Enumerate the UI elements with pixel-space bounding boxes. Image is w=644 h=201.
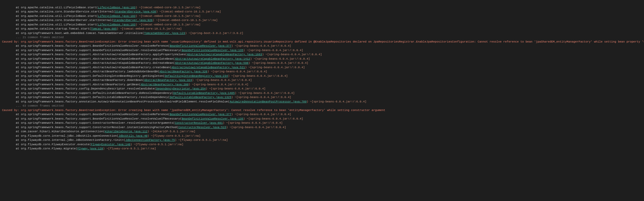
stack-link[interactable]: ConstructorResolver.java:691 — [175, 121, 223, 124]
line-item: ... 21 common frames omitted — [2, 35, 642, 40]
stack-link[interactable]: AutowiredAnnotationBeanPostProcessor.jav… — [230, 100, 307, 103]
line-item: at org.springframework.beans.factory.sup… — [2, 91, 642, 95]
line-item: ... 63 common frames omitted — [2, 104, 642, 108]
line-item: at org.apache.catalina.util.LifecycleBas… — [2, 5, 642, 10]
line-item: at org.springframework.beans.factory.sup… — [2, 44, 642, 48]
stack-link[interactable]: AbstractBeanFactory.java:326 — [159, 70, 207, 73]
line-item: at org.flywaydb.core.FlywayExecutor.exec… — [2, 142, 642, 147]
line-item: at org.flywaydb.core.internal.jdbc.JdbcC… — [2, 138, 642, 142]
stack-link[interactable]: FlywayExecutor.java:146 — [91, 143, 130, 146]
line-item: at org.springframework.beans.factory.sup… — [2, 48, 642, 53]
stack-link[interactable]: Flyway.java:128 — [77, 147, 103, 150]
console-output: at org.apache.catalina.util.LifecycleBas… — [0, 0, 644, 152]
stack-link[interactable]: DefaultSingletonBeanRegistry.java:234 — [165, 74, 228, 78]
stack-link[interactable]: Tomcat.java:685 — [91, 27, 117, 30]
line-item: Caused by: org.springframework.beans.fac… — [2, 40, 642, 44]
line-item: at org.springframework.beans.factory.sup… — [2, 70, 642, 74]
stack-link[interactable]: BeanDefinitionValueResolver.java:377 — [170, 113, 231, 116]
stack-link[interactable]: BeanDefinitionValueResolver.java:135 — [182, 117, 243, 120]
line-item: at org.springframework.beans.factory.sup… — [2, 57, 642, 61]
stack-link[interactable]: ConstructorResolver.java:515 — [178, 126, 226, 129]
stack-link[interactable]: HikariDataSource.java:112 — [105, 130, 147, 133]
line-item: at org.apache.catalina.startup.Tomcat.st… — [2, 27, 642, 31]
line-item: at org.flywaydb.core.Flyway.migrate(Flyw… — [2, 147, 642, 151]
line-item: at org.springframework.beans.factory.sup… — [2, 112, 642, 117]
line-item: at org.springframework.beans.factory.sup… — [2, 52, 642, 57]
line-item: at org.apache.catalina.core.StandardServ… — [2, 18, 642, 23]
line-item: at org.springframework.boot.web.embedded… — [2, 31, 642, 36]
stack-link[interactable]: DependencyDescriptor.java:254 — [156, 87, 206, 90]
line-item: at org.springframework.beans.factory.sup… — [2, 117, 642, 121]
stack-link[interactable]: DefaultListableBeanFactory.java:1405 — [173, 92, 235, 95]
stack-link[interactable]: LifecycleBase.java:183 — [98, 6, 136, 9]
stack-link[interactable]: AbstractBeanFactory.java:324 — [144, 79, 192, 82]
stack-link[interactable]: AbstractAutowireCapableBeanFactory.java:… — [187, 53, 262, 56]
line-item: at org.apache.catalina.util.LifecycleBas… — [2, 14, 642, 18]
stack-link[interactable]: BeanDefinitionValueResolver.java:377 — [170, 44, 231, 47]
stack-link[interactable]: AbstractBeanFactory.java:200 — [141, 83, 189, 86]
line-item: at org.springframework.beans.factory.sup… — [2, 82, 642, 87]
line-item: at org.springframework.beans.factory.con… — [2, 87, 642, 91]
line-item: at org.springframework.beans.factory.ann… — [2, 100, 642, 104]
line-item: at org.flywaydb.core.internal.jdbc.JdbcU… — [2, 134, 642, 138]
stack-link[interactable]: StandardService.java:430 — [115, 10, 156, 13]
stack-link[interactable]: DefaultListableBeanFactory.java:1325 — [170, 96, 231, 99]
line-item: at com.zaxxer.hikari.HikariDataSource.ge… — [2, 129, 642, 134]
stack-link[interactable]: LifecycleBase.java:183 — [98, 15, 136, 18]
stack-link[interactable]: LifecycleBase.java:183 — [98, 23, 136, 26]
stack-link[interactable]: AbstractAutowireCapableBeanFactory.java:… — [172, 66, 245, 69]
line-item: at org.springframework.beans.factory.sup… — [2, 78, 642, 82]
line-item: at org.springframework.beans.factory.sup… — [2, 65, 642, 70]
line-item: at org.springframework.beans.factory.sup… — [2, 74, 642, 78]
line-item: Caused by: org.springframework.beans.fac… — [2, 108, 642, 113]
stack-link[interactable]: StandardServer.java:926 — [113, 19, 153, 22]
stack-link[interactable]: AbstractAutowireCapableBeanFactory.java:… — [175, 57, 250, 60]
line-item: at org.springframework.beans.factory.sup… — [2, 125, 642, 130]
line-item: at org.springframework.beans.factory.sup… — [2, 95, 642, 100]
stack-link[interactable]: BeanDefinitionValueResolver.java:135 — [182, 49, 243, 52]
stack-link[interactable]: AbstractAutowireCapableBeanFactory.java:… — [175, 61, 249, 65]
line-item: at org.apache.catalina.util.LifecycleBas… — [2, 23, 642, 27]
line-item: at org.apache.catalina.core.StandardServ… — [2, 10, 642, 14]
stack-link[interactable]: JdbcUtils.java:40 — [118, 134, 147, 137]
stack-link[interactable]: JdbcConnectionFactory.java:75 — [125, 138, 175, 142]
line-item: at org.springframework.beans.factory.sup… — [2, 61, 642, 65]
stack-link[interactable]: TomcatWebServer.java:123 — [144, 32, 185, 35]
line-item: at org.springframework.beans.factory.sup… — [2, 121, 642, 125]
